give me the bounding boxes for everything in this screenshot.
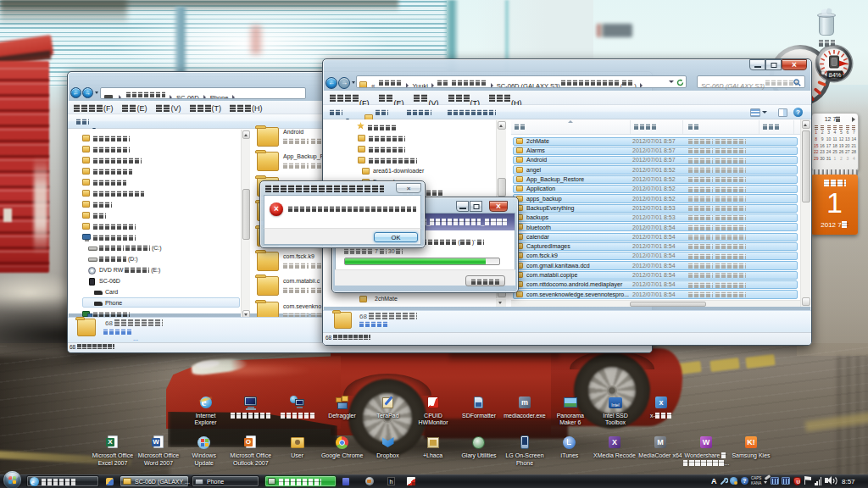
svg-text:84%: 84% [828,71,841,79]
